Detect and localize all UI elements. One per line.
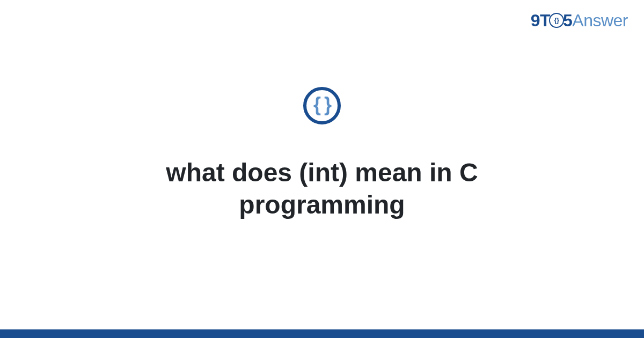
code-braces-icon: { } [303,87,341,124]
category-icon-wrapper: { } [303,87,341,124]
footer-accent-bar [0,329,644,338]
question-title: what does (int) mean in C programming [94,157,550,221]
main-content: { } what does (int) mean in C programmin… [0,0,644,329]
braces-glyph: { } [313,95,331,114]
